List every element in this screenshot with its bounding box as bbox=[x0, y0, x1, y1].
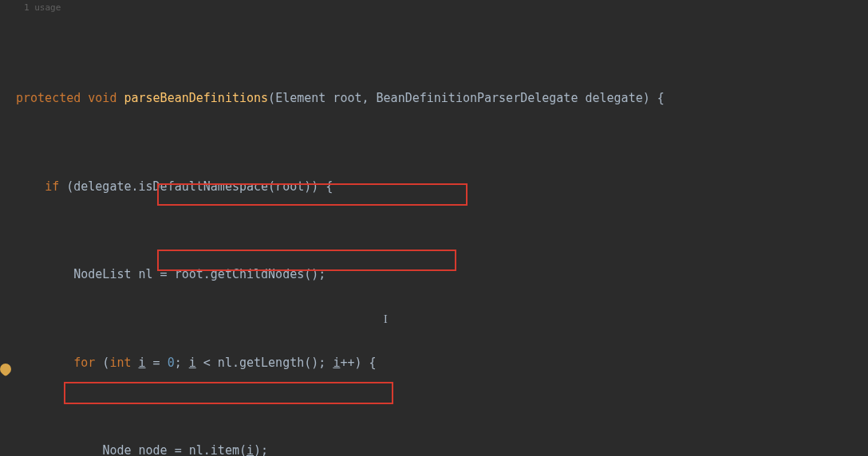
highlight-box bbox=[64, 382, 393, 404]
code-text: ; bbox=[175, 356, 182, 370]
indent bbox=[16, 267, 73, 281]
code-text: node = nl.item( bbox=[132, 443, 247, 456]
usage-hint: 1 usage bbox=[24, 0, 61, 19]
code-line[interactable]: Node node = nl.item(i); bbox=[0, 440, 868, 456]
text-cursor-icon: I bbox=[384, 309, 388, 331]
code-editor[interactable]: 1 usage protected void parseBeanDefiniti… bbox=[0, 0, 868, 456]
param-name: root bbox=[326, 91, 361, 105]
paren-open: ( bbox=[268, 91, 275, 105]
code-line[interactable]: protected void parseBeanDefinitions(Elem… bbox=[0, 88, 868, 110]
code-text: ); bbox=[254, 443, 268, 456]
space bbox=[182, 356, 189, 370]
param-type: Element bbox=[275, 91, 326, 105]
number-literal: 0 bbox=[168, 356, 175, 370]
code-text: ( bbox=[95, 356, 109, 370]
code-text: < nl.getLength(); bbox=[196, 356, 333, 370]
variable-i: i bbox=[189, 356, 196, 370]
keyword-void: void bbox=[88, 91, 116, 105]
code-text: ++) { bbox=[340, 356, 376, 370]
indent bbox=[16, 179, 45, 194]
code-line[interactable]: if (delegate.isDefaultNamespace(root)) { bbox=[0, 176, 868, 199]
keyword-for: for bbox=[73, 356, 95, 370]
space bbox=[132, 356, 139, 370]
comma: , bbox=[362, 91, 369, 105]
indent bbox=[16, 356, 73, 370]
keyword-if: if bbox=[45, 179, 59, 194]
code-text: = bbox=[146, 356, 168, 370]
paren-close: ) bbox=[643, 91, 650, 105]
type-name: NodeList bbox=[73, 267, 131, 281]
indent bbox=[16, 443, 102, 456]
code-text: (delegate.isDefaultNamespace(root)) { bbox=[59, 179, 333, 194]
param-type: BeanDefinitionParserDelegate bbox=[369, 91, 578, 105]
variable-i: i bbox=[247, 443, 254, 456]
code-text: nl = root.getChildNodes(); bbox=[132, 267, 326, 281]
code-line[interactable]: for (int i = 0; i < nl.getLength(); i++)… bbox=[0, 352, 868, 375]
keyword-int: int bbox=[109, 356, 131, 370]
param-name: delegate bbox=[578, 91, 642, 105]
type-name: Node bbox=[102, 443, 131, 456]
keyword-protected: protected bbox=[16, 91, 81, 105]
brace: { bbox=[650, 91, 665, 105]
code-line[interactable]: NodeList nl = root.getChildNodes(); bbox=[0, 264, 868, 286]
variable-i: i bbox=[139, 356, 146, 370]
method-name: parseBeanDefinitions bbox=[124, 91, 268, 105]
